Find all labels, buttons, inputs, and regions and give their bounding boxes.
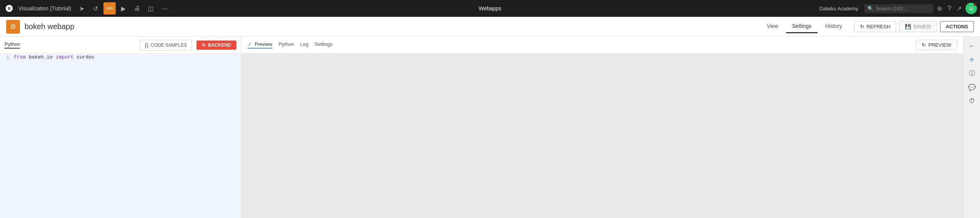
forward-icon-btn[interactable]: ➤ xyxy=(76,2,88,15)
dataiku-academy-btn[interactable]: Dataiku Academy xyxy=(816,4,862,13)
saved-button[interactable]: 💾 SAVED! xyxy=(899,21,937,32)
more-icon-btn[interactable]: ⋯ xyxy=(159,2,171,15)
project-title: Visualization (Tutorial) xyxy=(18,5,71,11)
right-panel: ⤢ Preview Python Log Settings ↻ PREVIEW xyxy=(241,37,963,218)
preview-icon: ⤢ xyxy=(247,41,252,47)
search-box[interactable]: 🔍 xyxy=(864,4,933,13)
secondary-header: ⚙ bokeh webapp View Settings History ↻ R… xyxy=(0,17,980,37)
tab-view[interactable]: View xyxy=(760,20,784,33)
print-icon-btn[interactable]: 🖨 xyxy=(131,2,143,15)
webapps-label: Webapps xyxy=(479,5,501,11)
top-nav: Visualization (Tutorial) ➤ ↺ </> ▶ 🖨 ◫ ⋯… xyxy=(0,0,980,17)
right-sidebar: ← + ⓘ 💬 ⏱ xyxy=(963,37,980,218)
tab-settings[interactable]: Settings xyxy=(786,20,818,33)
refresh-icon: ↻ xyxy=(860,24,864,29)
grid-icon-btn[interactable]: ◫ xyxy=(145,2,157,15)
cycle-icon-btn[interactable]: ↺ xyxy=(90,2,102,15)
python-tab[interactable]: Python xyxy=(5,41,20,49)
backend-button[interactable]: ↻ BACKEND xyxy=(197,41,236,50)
backend-label: BACKEND xyxy=(208,42,231,48)
left-panel-header: Python {} CODE SAMPLES ↻ BACKEND xyxy=(0,37,241,54)
header-actions: ↻ REFRESH 💾 SAVED! ACTIONS xyxy=(854,21,974,32)
tab-settings-right[interactable]: Settings xyxy=(315,41,333,49)
code-line-1: 1 from bokeh.io import curdoc xyxy=(0,54,241,61)
backend-refresh-icon: ↻ xyxy=(202,42,206,48)
preview-button[interactable]: ↻ PREVIEW xyxy=(916,40,957,50)
tab-log[interactable]: Log xyxy=(300,41,308,49)
refresh-label: REFRESH xyxy=(867,24,890,29)
refresh-button[interactable]: ↻ REFRESH xyxy=(854,21,896,32)
main-content: Python {} CODE SAMPLES ↻ BACKEND 1 from … xyxy=(0,37,980,218)
code-content-1: from bokeh.io import curdoc xyxy=(14,54,95,60)
code-samples-button[interactable]: {} CODE SAMPLES xyxy=(140,40,192,50)
logo[interactable] xyxy=(3,2,15,15)
saved-label: SAVED! xyxy=(913,24,931,29)
gear-icon: ⚙ xyxy=(10,23,16,31)
tab-python[interactable]: Python xyxy=(279,41,294,49)
timer-icon-btn[interactable]: ⏱ xyxy=(966,95,978,107)
notification-dot xyxy=(974,3,977,6)
chart-icon[interactable]: ↗ xyxy=(955,3,963,14)
help-icon[interactable]: ? xyxy=(946,3,953,14)
search-icon: 🔍 xyxy=(867,6,873,11)
info-icon-btn[interactable]: ⓘ xyxy=(966,67,978,80)
preview-label: PREVIEW xyxy=(928,42,951,48)
nav-right: Dataiku Academy 🔍 ⊛ ? ↗ U xyxy=(816,3,977,14)
avatar[interactable]: U xyxy=(965,3,977,14)
line-number-1: 1 xyxy=(0,54,14,60)
code-icon-btn[interactable]: </> xyxy=(103,2,116,15)
play-icon-btn[interactable]: ▶ xyxy=(117,2,129,15)
add-icon-btn[interactable]: + xyxy=(966,54,978,66)
preview-area xyxy=(241,54,963,218)
webapp-icon: ⚙ xyxy=(6,20,20,34)
chat-icon-btn[interactable]: 💬 xyxy=(966,81,978,93)
code-editor[interactable]: 1 from bokeh.io import curdoc xyxy=(0,54,241,218)
actions-button[interactable]: ACTIONS xyxy=(940,21,974,32)
preview-refresh-icon: ↻ xyxy=(922,42,926,48)
code-samples-icon: {} xyxy=(145,42,148,48)
right-panel-header: ⤢ Preview Python Log Settings ↻ PREVIEW xyxy=(241,37,963,54)
webapp-name: bokeh webapp xyxy=(25,22,760,31)
back-icon-btn[interactable]: ← xyxy=(966,40,978,52)
left-panel: Python {} CODE SAMPLES ↻ BACKEND 1 from … xyxy=(0,37,241,218)
apps-grid-icon[interactable]: ⊛ xyxy=(936,3,944,14)
tab-history[interactable]: History xyxy=(819,20,848,33)
search-input[interactable] xyxy=(876,6,930,11)
saved-icon: 💾 xyxy=(905,24,911,29)
code-samples-label: CODE SAMPLES xyxy=(151,42,187,48)
header-tabs: View Settings History xyxy=(760,20,848,33)
tab-preview[interactable]: ⤢ Preview xyxy=(247,41,272,49)
